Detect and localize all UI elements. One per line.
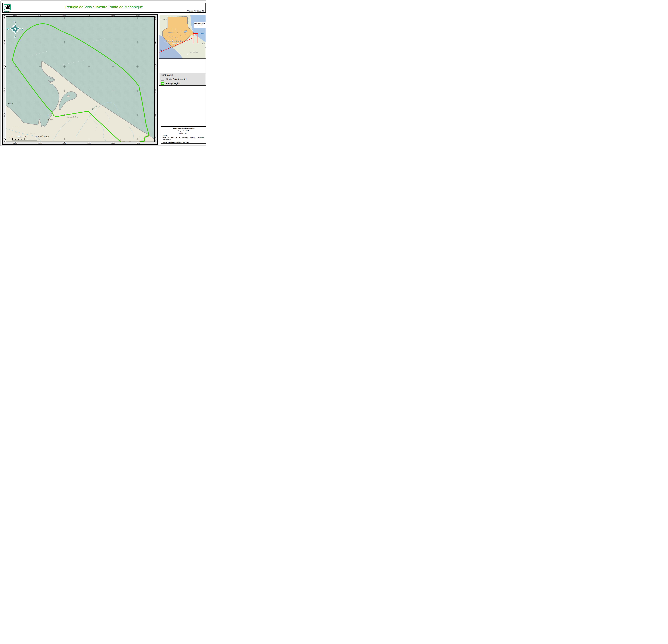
inset-sea-label-2: Hond (200, 32, 204, 34)
scale-5-1: 5.1 (24, 135, 26, 137)
inset-tegucigalpa-dot (205, 47, 206, 48)
page-title: Refugio de Vida Silvestre Punta de Manab… (3, 5, 206, 9)
legend-item-protected-area: Área protegida (161, 82, 204, 85)
lagoon-island (67, 95, 70, 97)
departmental-limit-swatch (161, 78, 164, 81)
inset-san-salvador-dot (187, 54, 188, 54)
scale-0: 0 (12, 135, 13, 137)
logo-wordmark: CONAP (4, 10, 11, 12)
axis-tick (5, 18, 5, 18)
main-map-canvas: vingston Puerto Barrios IZABAL Río Piter… (6, 17, 154, 142)
axis-tick (138, 142, 138, 143)
credits-crs: Sistema de coordenadas proyectadas (163, 127, 204, 130)
axis-tick (113, 16, 113, 16)
compass-n: N (14, 20, 16, 23)
legend: Simbología Límite Departamental Área pro… (159, 73, 206, 86)
credits: Sistema de coordenadas proyectadas Proye… (161, 126, 206, 143)
axis-tick (155, 66, 155, 67)
inset-city-label: Guatemala (173, 43, 179, 44)
credits-projection: Proyección GTM (163, 130, 204, 132)
label-barrios: Barrios (48, 119, 52, 121)
scale-10-2: 10.2 (35, 135, 39, 137)
legend-item-label: Área protegida (166, 82, 180, 85)
scale-unit: Kilómetros (40, 135, 49, 137)
axis-tick (138, 16, 138, 16)
inset-country-label: G u a t e m a l a (166, 40, 183, 42)
compass-s: S (15, 36, 16, 38)
axis-tick (113, 142, 113, 143)
compass-e: E (22, 28, 23, 30)
credits-source-heading: Fuente: (163, 134, 204, 137)
axis-tick (5, 139, 5, 140)
legend-title: Simbología (161, 74, 204, 77)
credits-source-2: CONAP 2026 (163, 139, 204, 141)
protected-area-swatch (161, 82, 164, 85)
axis-tick (155, 91, 155, 91)
inset-locator-map: G u a t e m a l a Guatemala San Salvador… (159, 15, 206, 59)
document-code: DAGeos-327-2026-BS (186, 10, 204, 12)
credits-source-1: Base de datos de la Dirección Análisis G… (163, 137, 204, 139)
legend-item-label: Límite Departamental (166, 78, 186, 80)
inset-honduras-label: H o n d (202, 43, 206, 45)
label-livingston: vingston (7, 103, 13, 104)
main-map-frame: vingston Puerto Barrios IZABAL Río Piter… (2, 14, 158, 145)
legend-item-departmental: Límite Departamental (161, 78, 204, 81)
map-document-page: CONAP Refugio de Vida Silvestre Punta de… (0, 0, 207, 146)
inset-depth-label: 721 (160, 50, 163, 51)
axis-tick (5, 42, 5, 42)
credits-source-3: Base de datos cartografía básica IGN 201… (163, 141, 204, 143)
header: CONAP Refugio de Vida Silvestre Punta de… (2, 3, 206, 13)
inset-disputed-territory-note: Diferendo territorial no resuelto (194, 22, 206, 28)
axis-tick (89, 16, 89, 16)
axis-tick (5, 91, 5, 91)
scale-2-55: 2.55 (17, 135, 20, 137)
inset-canvas: G u a t e m a l a Guatemala San Salvador… (160, 15, 206, 59)
axis-tick (40, 16, 40, 16)
credits-datum: Datum WGS84 (163, 132, 204, 134)
inset-san-salvador-label: San Salvador (190, 52, 198, 53)
label-izabal: IZABAL (67, 116, 79, 118)
axis-tick (89, 142, 89, 143)
axis-tick (155, 139, 155, 140)
main-map: vingston Puerto Barrios IZABAL Río Piter… (5, 16, 155, 142)
label-puerto: Puerto (48, 115, 52, 117)
inset-city-dot (173, 45, 174, 46)
axis-tick (155, 42, 155, 42)
axis-tick (155, 18, 155, 18)
axis-tick (5, 66, 5, 67)
compass-o: O (7, 28, 9, 30)
axis-tick (40, 142, 40, 143)
